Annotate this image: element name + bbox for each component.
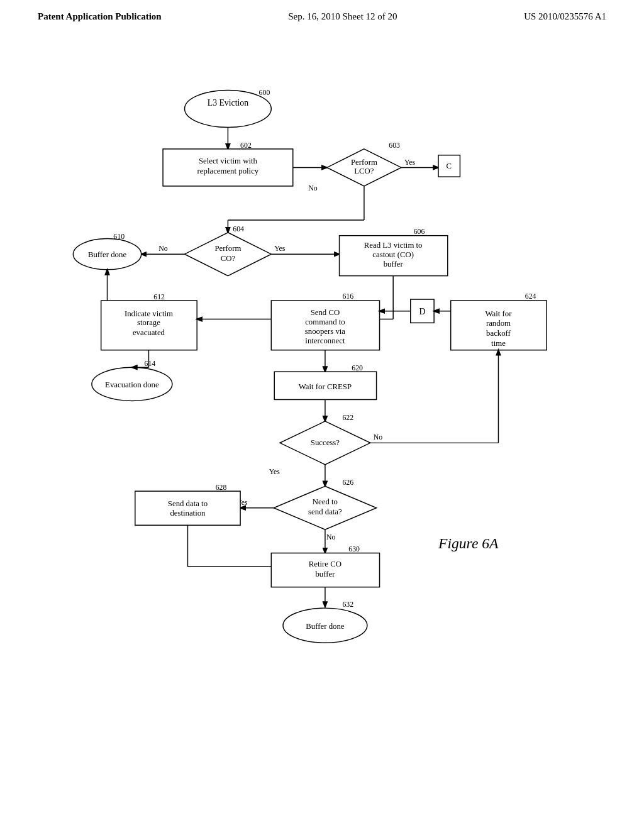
svg-text:Wait for CRESP: Wait for CRESP bbox=[299, 382, 352, 391]
header-center: Sep. 16, 2010 Sheet 12 of 20 bbox=[288, 11, 397, 22]
svg-text:Yes: Yes bbox=[274, 244, 286, 253]
svg-text:castout (CO): castout (CO) bbox=[372, 250, 414, 259]
svg-text:604: 604 bbox=[233, 224, 244, 233]
svg-text:C: C bbox=[446, 162, 452, 170]
svg-text:destination: destination bbox=[170, 509, 206, 517]
svg-text:CO?: CO? bbox=[221, 254, 236, 263]
svg-text:backoff: backoff bbox=[486, 329, 511, 338]
svg-text:630: 630 bbox=[348, 545, 360, 553]
svg-text:snoopers via: snoopers via bbox=[305, 327, 346, 336]
page-header: Patent Application Publication Sep. 16, … bbox=[0, 0, 644, 28]
svg-text:L3 Eviction: L3 Eviction bbox=[208, 98, 248, 108]
svg-text:614: 614 bbox=[145, 359, 156, 368]
svg-text:Yes: Yes bbox=[269, 467, 280, 476]
svg-text:buffer: buffer bbox=[315, 570, 335, 578]
svg-text:Evacuation done: Evacuation done bbox=[105, 380, 159, 389]
svg-text:603: 603 bbox=[389, 141, 400, 150]
svg-text:628: 628 bbox=[216, 483, 227, 492]
svg-text:Buffer done: Buffer done bbox=[88, 250, 126, 259]
svg-text:616: 616 bbox=[342, 292, 353, 301]
svg-text:Success?: Success? bbox=[311, 438, 340, 447]
svg-text:Send data to: Send data to bbox=[168, 499, 208, 508]
svg-text:Yes: Yes bbox=[404, 158, 416, 167]
svg-text:610: 610 bbox=[113, 232, 125, 241]
svg-text:buffer: buffer bbox=[384, 260, 404, 268]
header-right: US 2010/0235576 A1 bbox=[524, 11, 606, 22]
svg-text:LCO?: LCO? bbox=[354, 167, 374, 175]
svg-text:Send CO: Send CO bbox=[311, 308, 340, 317]
diagram-area: L3 Eviction 600 Select victim with repla… bbox=[0, 28, 644, 808]
svg-text:632: 632 bbox=[342, 600, 353, 609]
svg-text:602: 602 bbox=[240, 141, 252, 150]
svg-text:Perform: Perform bbox=[351, 158, 377, 167]
svg-text:Figure 6A: Figure 6A bbox=[438, 535, 499, 551]
svg-text:evacuated: evacuated bbox=[133, 328, 165, 337]
svg-text:Retire CO: Retire CO bbox=[309, 560, 341, 568]
svg-text:time: time bbox=[491, 339, 506, 348]
svg-text:No: No bbox=[326, 533, 336, 541]
svg-text:No: No bbox=[308, 184, 318, 192]
svg-text:624: 624 bbox=[525, 292, 536, 301]
svg-text:Indicate victim: Indicate victim bbox=[125, 309, 173, 318]
svg-text:612: 612 bbox=[153, 292, 165, 301]
svg-text:No: No bbox=[158, 244, 168, 253]
svg-text:Select victim with: Select victim with bbox=[199, 157, 258, 165]
svg-text:random: random bbox=[486, 319, 511, 328]
svg-text:Perform: Perform bbox=[214, 244, 241, 253]
header-left: Patent Application Publication bbox=[38, 11, 162, 22]
svg-text:622: 622 bbox=[342, 413, 353, 422]
svg-text:interconnect: interconnect bbox=[305, 336, 345, 345]
svg-text:626: 626 bbox=[342, 478, 353, 487]
svg-rect-86 bbox=[135, 491, 240, 525]
svg-text:replacement policy: replacement policy bbox=[197, 167, 259, 175]
svg-point-0 bbox=[185, 90, 272, 127]
svg-text:storage: storage bbox=[137, 318, 160, 327]
flowchart-svg: L3 Eviction 600 Select victim with repla… bbox=[0, 28, 644, 808]
svg-text:600: 600 bbox=[259, 88, 270, 97]
svg-text:620: 620 bbox=[352, 363, 363, 372]
svg-text:Read L3 victim to: Read L3 victim to bbox=[364, 241, 423, 250]
svg-text:command to: command to bbox=[305, 318, 345, 326]
svg-text:606: 606 bbox=[414, 227, 425, 236]
svg-text:D: D bbox=[419, 307, 425, 316]
svg-text:Buffer done: Buffer done bbox=[306, 622, 344, 631]
svg-text:Wait for: Wait for bbox=[486, 309, 513, 318]
svg-text:Need to: Need to bbox=[313, 497, 338, 506]
svg-text:send data?: send data? bbox=[308, 507, 342, 516]
svg-text:No: No bbox=[374, 433, 383, 441]
